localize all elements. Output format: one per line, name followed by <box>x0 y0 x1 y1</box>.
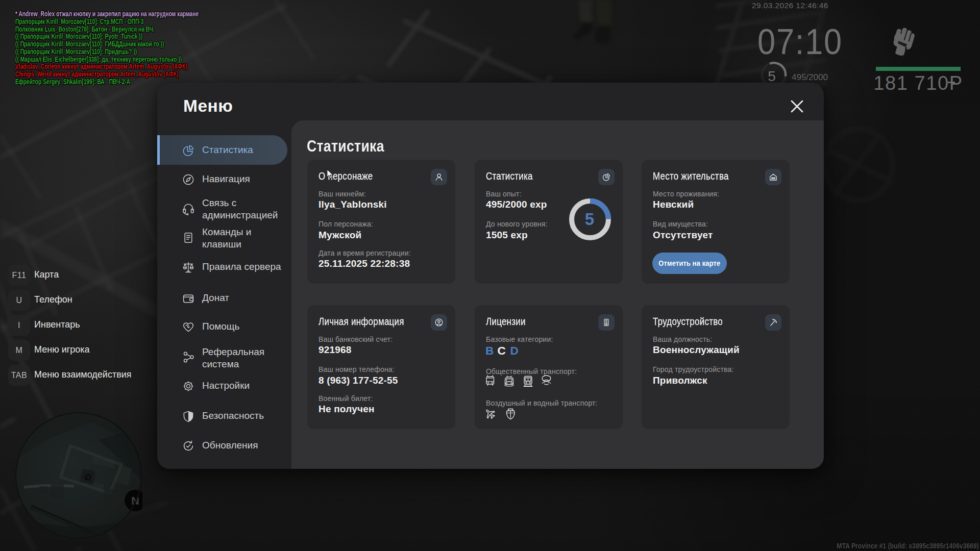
svg-text:5: 5 <box>768 68 776 84</box>
svg-text:5: 5 <box>585 210 594 229</box>
